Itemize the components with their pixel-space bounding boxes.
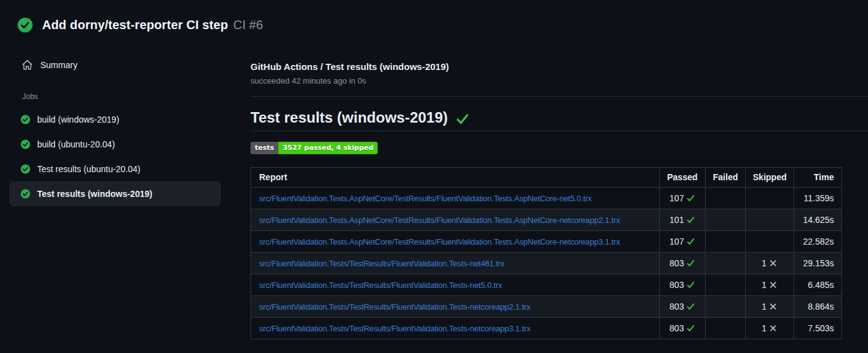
run-header: Add dorny/test-reporter CI step CI #6	[17, 17, 263, 33]
column-header-failed: Failed	[706, 167, 746, 187]
time-cell: 8.864s	[794, 295, 842, 317]
sidebar-item-job-3[interactable]: Test results (windows-2019)	[9, 181, 221, 206]
report-link[interactable]: src/FluentValidation.Tests.AspNetCore/Te…	[259, 216, 620, 225]
time-cell: 11.359s	[794, 187, 842, 209]
skipped-cell: 1	[746, 274, 794, 295]
failed-cell	[706, 252, 746, 274]
skipped-cell	[746, 187, 794, 209]
check-circle-icon	[20, 189, 30, 199]
badge-label: tests	[250, 142, 278, 154]
report-link[interactable]: src/FluentValidation.Tests.AspNetCore/Te…	[259, 237, 620, 246]
passed-cell: 107	[660, 230, 706, 252]
sidebar-item-job-1[interactable]: build (ubuntu-20.04)	[9, 132, 221, 157]
check-circle-icon	[20, 115, 30, 124]
sidebar: Summary Jobs build (windows-2019)build (…	[0, 54, 243, 206]
check-circle-icon	[20, 164, 30, 174]
run-number: CI #6	[233, 18, 263, 32]
passed-cell: 107	[660, 187, 706, 209]
home-icon	[22, 59, 33, 71]
report-cell: src/FluentValidation.Tests/TestResults/F…	[251, 274, 660, 295]
report-cell: src/FluentValidation.Tests/TestResults/F…	[251, 252, 660, 274]
table-row: src/FluentValidation.Tests.AspNetCore/Te…	[251, 209, 842, 230]
report-cell: src/FluentValidation.Tests/TestResults/F…	[251, 295, 660, 317]
skipped-x-icon	[769, 302, 777, 311]
column-header-skipped: Skipped	[746, 167, 794, 187]
job-label: Test results (ubuntu-20.04)	[37, 164, 141, 174]
skipped-cell	[746, 209, 794, 230]
test-results-table: Report Passed Failed Skipped Time src/Fl…	[250, 167, 842, 339]
column-header-passed: Passed	[660, 167, 706, 187]
time-cell: 7.503s	[794, 317, 842, 339]
time-cell: 14.625s	[794, 209, 842, 230]
skipped-cell: 1	[746, 295, 794, 317]
passed-cell: 803	[660, 274, 706, 295]
check-run-name: GitHub Actions / Test results (windows-2…	[250, 61, 868, 73]
jobs-list: build (windows-2019)build (ubuntu-20.04)…	[0, 107, 243, 206]
sidebar-item-job-0[interactable]: build (windows-2019)	[9, 107, 221, 132]
report-link[interactable]: src/FluentValidation.Tests/TestResults/F…	[259, 302, 531, 312]
tests-badge: tests 3527 passed, 4 skipped	[250, 142, 378, 154]
passed-cell: 101	[660, 209, 706, 230]
failed-cell	[706, 187, 746, 209]
sidebar-item-label: Summary	[40, 60, 78, 70]
failed-cell	[706, 295, 746, 317]
passed-check-icon	[686, 237, 695, 246]
column-header-time: Time	[794, 167, 842, 187]
badge-row: tests 3527 passed, 4 skipped	[250, 141, 868, 154]
job-label: build (windows-2019)	[37, 115, 119, 124]
check-run-status: succeeded 42 minutes ago in 0s	[250, 76, 868, 86]
job-label: build (ubuntu-20.04)	[37, 139, 115, 149]
skipped-cell	[746, 230, 794, 252]
failed-cell	[706, 209, 746, 230]
skipped-x-icon	[769, 281, 777, 289]
report-cell: src/FluentValidation.Tests.AspNetCore/Te…	[251, 209, 660, 230]
job-label: Test results (windows-2019)	[37, 189, 153, 199]
report-link[interactable]: src/FluentValidation.Tests/TestResults/F…	[259, 324, 531, 333]
time-cell: 29.153s	[794, 252, 842, 274]
report-link[interactable]: src/FluentValidation.Tests/TestResults/F…	[259, 259, 505, 268]
table-row: src/FluentValidation.Tests/TestResults/F…	[251, 295, 842, 317]
skipped-x-icon	[769, 259, 777, 268]
check-circle-icon	[17, 17, 33, 33]
badge-value: 3527 passed, 4 skipped	[278, 142, 378, 154]
success-check-icon	[456, 112, 469, 126]
failed-cell	[706, 274, 746, 295]
sidebar-item-job-2[interactable]: Test results (ubuntu-20.04)	[9, 157, 221, 181]
time-cell: 6.485s	[794, 274, 842, 295]
report-link[interactable]: src/FluentValidation.Tests/TestResults/F…	[259, 281, 502, 290]
time-cell: 22.582s	[794, 230, 842, 252]
passed-cell: 803	[660, 295, 706, 317]
check-circle-icon	[20, 139, 30, 149]
report-cell: src/FluentValidation.Tests.AspNetCore/Te…	[251, 187, 660, 209]
passed-check-icon	[686, 302, 695, 311]
table-header-row: Report Passed Failed Skipped Time	[251, 167, 842, 187]
section-title: Test results (windows-2019)	[250, 109, 448, 126]
skipped-cell: 1	[746, 252, 794, 274]
page-title: Add dorny/test-reporter CI step	[42, 18, 228, 32]
table-row: src/FluentValidation.Tests.AspNetCore/Te…	[251, 187, 842, 209]
report-cell: src/FluentValidation.Tests.AspNetCore/Te…	[251, 230, 660, 252]
column-header-report: Report	[251, 167, 660, 187]
passed-check-icon	[686, 281, 695, 289]
skipped-cell: 1	[746, 317, 794, 339]
passed-check-icon	[686, 216, 695, 224]
table-row: src/FluentValidation.Tests/TestResults/F…	[251, 274, 842, 295]
skipped-x-icon	[769, 324, 777, 333]
table-row: src/FluentValidation.Tests.AspNetCore/Te…	[251, 230, 842, 252]
divider	[250, 96, 868, 97]
passed-check-icon	[686, 259, 695, 268]
report-cell: src/FluentValidation.Tests/TestResults/F…	[251, 317, 660, 339]
passed-cell: 803	[660, 317, 706, 339]
jobs-section-label: Jobs	[22, 92, 243, 101]
failed-cell	[706, 317, 746, 339]
failed-cell	[706, 230, 746, 252]
section-header: Test results (windows-2019)	[250, 109, 868, 131]
report-link[interactable]: src/FluentValidation.Tests.AspNetCore/Te…	[259, 194, 591, 203]
sidebar-item-summary[interactable]: Summary	[0, 54, 243, 76]
table-row: src/FluentValidation.Tests/TestResults/F…	[251, 252, 842, 274]
main-content: GitHub Actions / Test results (windows-2…	[250, 61, 868, 339]
passed-check-icon	[686, 194, 695, 203]
passed-cell: 803	[660, 252, 706, 274]
passed-check-icon	[686, 324, 695, 333]
table-row: src/FluentValidation.Tests/TestResults/F…	[251, 317, 842, 339]
